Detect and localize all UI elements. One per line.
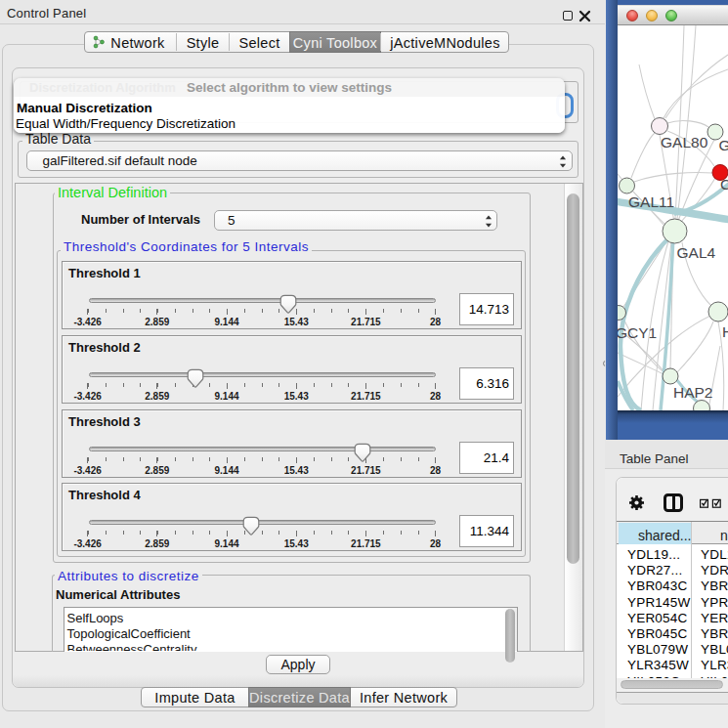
svg-text:GAL4: GAL4 [677, 244, 716, 261]
svg-text:GCY1: GCY1 [618, 324, 657, 341]
svg-text:GAL80: GAL80 [661, 134, 708, 150]
svg-text:GAL1: GAL1 [719, 137, 728, 153]
svg-text:HAP1: HAP1 [722, 323, 728, 340]
svg-text:HAP2: HAP2 [673, 384, 713, 401]
svg-text:GAL11: GAL11 [628, 193, 674, 210]
svg-text:CYC: CYC [720, 176, 728, 193]
